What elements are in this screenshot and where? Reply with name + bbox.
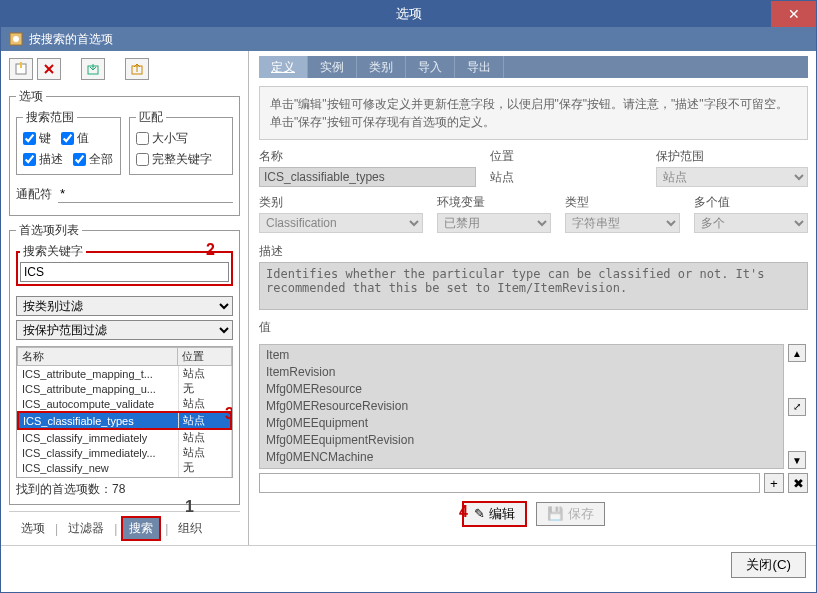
list-item[interactable]: Mfg0MEResourceRevision: [266, 398, 777, 415]
bottom-tab-2[interactable]: 搜索: [121, 516, 161, 541]
right-tab-3[interactable]: 导入: [406, 56, 455, 78]
bottom-tab-3[interactable]: 组织: [172, 518, 208, 539]
search-input[interactable]: [20, 262, 229, 282]
right-tabs: 定义实例类别导入导出: [259, 56, 808, 78]
right-tab-4[interactable]: 导出: [455, 56, 504, 78]
close-dialog-button[interactable]: 关闭(C): [731, 552, 806, 578]
cell-name: ICS_attribute_mapping_u...: [18, 381, 178, 396]
filter-scope-select[interactable]: 按保护范围过滤: [16, 320, 233, 340]
search-legend: 搜索关键字: [20, 243, 86, 260]
list-item[interactable]: ItemRevision: [266, 364, 777, 381]
table-row[interactable]: ICS_classify_immediately站点: [18, 429, 231, 445]
table-row[interactable]: ICS_autocompute_validate站点: [18, 396, 231, 412]
list-item[interactable]: Item: [266, 347, 777, 364]
field-name: [259, 167, 476, 187]
check-desc-input[interactable]: [23, 153, 36, 166]
right-tab-0[interactable]: 定义: [259, 56, 308, 78]
right-tab-2[interactable]: 类别: [357, 56, 406, 78]
cell-loc: 站点: [178, 396, 231, 412]
list-item[interactable]: Mfg0MEResource: [266, 381, 777, 398]
values-list[interactable]: ItemItemRevisionMfg0MEResourceMfg0MEReso…: [259, 344, 784, 469]
label-type: 类型: [565, 194, 679, 211]
check-key-input[interactable]: [23, 132, 36, 145]
import-button[interactable]: [81, 58, 105, 80]
wildcard-label: 通配符: [16, 186, 52, 203]
bottom-tab-1[interactable]: 过滤器: [62, 518, 110, 539]
label-env: 环境变量: [437, 194, 551, 211]
table-row[interactable]: ICS_attribute_mapping_u...无: [18, 381, 231, 396]
save-button: 💾 保存: [536, 502, 605, 526]
field-desc: Identifies whether the particular type c…: [259, 262, 808, 310]
svg-point-1: [13, 36, 19, 42]
cell-name: ICS_attribute_mapping_t...: [18, 366, 178, 381]
label-desc: 描述: [259, 243, 808, 260]
new-button[interactable]: [9, 58, 33, 80]
cell-name: ICS_classify_immediately...: [18, 445, 178, 460]
move-up-button[interactable]: ▲: [788, 344, 806, 362]
options-group: 选项 搜索范围 键 值 描述 全部 匹配 大小写 完整关键字: [9, 88, 240, 216]
check-key[interactable]: 键: [23, 130, 51, 147]
check-case-input[interactable]: [136, 132, 149, 145]
check-value-input[interactable]: [61, 132, 74, 145]
export-button[interactable]: [125, 58, 149, 80]
bottom-tabs: 1 选项|过滤器|搜索|组织: [9, 511, 240, 545]
sub-title: 按搜索的首选项: [29, 31, 113, 48]
cell-loc: 站点: [178, 445, 231, 460]
list-item[interactable]: Mfg0MEEquipmentRevision: [266, 432, 777, 449]
col-loc[interactable]: 位置: [178, 348, 232, 366]
results-table-wrap: 名称 位置 ICS_attribute_mapping_t...站点ICS_at…: [16, 346, 233, 478]
list-item[interactable]: Mfg0MENCMachine: [266, 449, 777, 466]
match-legend: 匹配: [136, 109, 166, 126]
match-group: 匹配 大小写 完整关键字: [129, 109, 234, 175]
wildcard-input[interactable]: [58, 185, 233, 203]
svg-rect-3: [20, 62, 22, 68]
table-row[interactable]: ICS_classify_sendto站点: [18, 475, 231, 478]
right-tab-1[interactable]: 实例: [308, 56, 357, 78]
edit-button[interactable]: ✎ 编辑: [462, 501, 527, 527]
label-name: 名称: [259, 148, 476, 165]
cell-loc: 站点: [178, 366, 231, 381]
check-all-input[interactable]: [73, 153, 86, 166]
bottom-tab-0[interactable]: 选项: [15, 518, 51, 539]
expand-button[interactable]: ⤢: [788, 398, 806, 416]
label-multi: 多个值: [694, 194, 808, 211]
table-row[interactable]: ICS_classifiable_types站点: [18, 412, 231, 429]
field-env: 已禁用: [437, 213, 551, 233]
check-case[interactable]: 大小写: [136, 130, 227, 147]
value-add-button[interactable]: +: [764, 473, 784, 493]
value-add-input[interactable]: [259, 473, 760, 493]
col-name[interactable]: 名称: [18, 348, 178, 366]
cell-loc: 站点: [178, 475, 231, 478]
table-row[interactable]: ICS_classify_new无: [18, 460, 231, 475]
options-legend: 选项: [16, 88, 46, 105]
label-values: 值: [259, 319, 808, 336]
table-row[interactable]: ICS_classify_immediately...站点: [18, 445, 231, 460]
label-category: 类别: [259, 194, 423, 211]
search-keyword-group: 搜索关键字: [16, 243, 233, 286]
label-location: 位置: [490, 148, 642, 165]
left-panel: 选项 搜索范围 键 值 描述 全部 匹配 大小写 完整关键字: [1, 51, 249, 545]
list-item[interactable]: Mfg0MEEquipment: [266, 415, 777, 432]
cell-name: ICS_autocompute_validate: [18, 396, 178, 412]
check-value[interactable]: 值: [61, 130, 89, 147]
check-whole-input[interactable]: [136, 153, 149, 166]
field-category: Classification: [259, 213, 423, 233]
filter-category-select[interactable]: 按类别过滤: [16, 296, 233, 316]
cell-loc: 无: [178, 460, 231, 475]
cell-name: ICS_classifiable_types: [18, 412, 178, 429]
cell-name: ICS_classify_new: [18, 460, 178, 475]
sub-titlebar: 按搜索的首选项: [1, 27, 816, 51]
close-button[interactable]: ✕: [771, 1, 816, 27]
info-box: 单击"编辑"按钮可修改定义并更新任意字段，以便启用"保存"按钮。请注意，"描述"…: [259, 86, 808, 140]
table-row[interactable]: ICS_attribute_mapping_t...站点: [18, 366, 231, 381]
move-down-button[interactable]: ▼: [788, 451, 806, 469]
value-remove-button[interactable]: ✖: [788, 473, 808, 493]
check-all[interactable]: 全部: [73, 151, 113, 168]
check-desc[interactable]: 描述: [23, 151, 63, 168]
cell-name: ICS_classify_sendto: [18, 475, 178, 478]
delete-button[interactable]: [37, 58, 61, 80]
check-whole[interactable]: 完整关键字: [136, 151, 227, 168]
label-protection: 保护范围: [656, 148, 808, 165]
field-type: 字符串型: [565, 213, 679, 233]
footer: 关闭(C): [1, 545, 816, 584]
